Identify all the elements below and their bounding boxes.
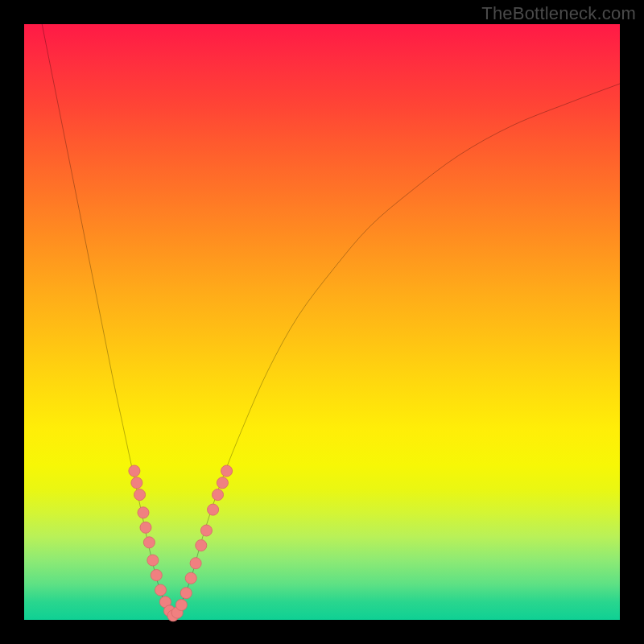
curve-marker — [151, 569, 162, 580]
curve-marker — [143, 537, 155, 548]
curve-marker — [155, 584, 166, 596]
curve-marker — [221, 465, 233, 477]
curve-marker — [175, 599, 187, 610]
curve-marker — [147, 555, 159, 566]
curve-marker — [200, 525, 212, 536]
curve-marker — [180, 588, 192, 599]
chart-frame: TheBottleneck.com — [0, 0, 644, 644]
curve-marker — [140, 522, 151, 533]
curve-marker — [212, 489, 223, 501]
curve-marker — [131, 477, 142, 489]
curve-marker — [208, 504, 219, 515]
curve-marker — [138, 507, 149, 518]
curve-marker — [196, 539, 207, 551]
plot-area — [24, 24, 620, 620]
curve-marker — [185, 572, 196, 584]
curve-marker — [134, 489, 146, 501]
watermark-text: TheBottleneck.com — [481, 3, 636, 24]
curve-marker — [217, 477, 228, 489]
curve-marker — [129, 465, 140, 477]
bottleneck-curve-path — [42, 24, 620, 617]
curve-marker — [190, 558, 201, 569]
bottleneck-curve-svg — [24, 24, 620, 620]
curve-markers — [129, 465, 233, 621]
